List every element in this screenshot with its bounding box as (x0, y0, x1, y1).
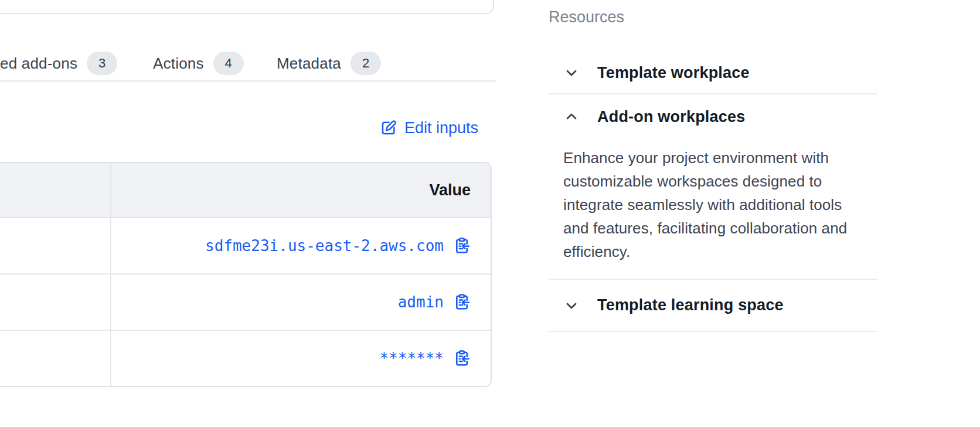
chevron-down-icon (563, 297, 580, 314)
copy-value-button[interactable] (453, 350, 471, 367)
section-description: Enhance your project environment with cu… (549, 146, 859, 279)
key-cell (0, 218, 111, 273)
chevron-down-icon (563, 65, 580, 81)
input-value-masked[interactable]: ******* (379, 350, 444, 367)
tab-actions[interactable]: Actions 4 (153, 46, 244, 80)
chevron-up-icon (563, 109, 580, 125)
key-column-header (0, 163, 111, 217)
section-title: Template learning space (597, 296, 784, 314)
table-row: sdfme23i.us-east-2.aws.com (0, 218, 491, 274)
tab-installed-add-ons[interactable]: ed add-ons 3 (0, 46, 117, 80)
tab-label: Metadata (277, 55, 341, 73)
inputs-table-header-row: Value (0, 163, 491, 218)
key-cell (0, 274, 111, 330)
section-title: Template workplace (597, 64, 750, 82)
value-column-header: Value (111, 163, 491, 217)
value-cell: admin (111, 274, 491, 330)
inputs-toolbar: Edit inputs (0, 115, 478, 141)
tab-label: ed add-ons (0, 55, 77, 73)
upper-card-bottom-edge (0, 0, 494, 14)
section-toggle-template-learning-space[interactable]: Template learning space (549, 280, 877, 331)
tab-count-badge: 3 (87, 52, 117, 75)
resource-section-template-learning-space: Template learning space (549, 280, 877, 332)
resources-panel: Resources Template workplace Add-on work… (549, 0, 877, 332)
resource-section-template-workplace: Template workplace (549, 52, 877, 94)
tab-count-badge: 2 (351, 52, 381, 75)
edit-inputs-label: Edit inputs (404, 119, 478, 137)
resources-panel-title: Resources (549, 8, 877, 26)
key-cell (0, 331, 111, 386)
input-value-link[interactable]: sdfme23i.us-east-2.aws.com (205, 237, 444, 255)
table-row: ******* (0, 331, 491, 386)
clipboard-paste-icon (453, 237, 471, 255)
pencil-square-icon (380, 119, 397, 137)
table-row: admin (0, 274, 491, 331)
section-toggle-template-workplace[interactable]: Template workplace (549, 52, 877, 93)
section-title: Add-on workplaces (597, 108, 745, 126)
clipboard-paste-icon (453, 293, 471, 311)
section-toggle-add-on-workplaces[interactable]: Add-on workplaces (549, 94, 877, 139)
tab-label: Actions (153, 55, 204, 73)
clipboard-paste-icon (453, 350, 471, 367)
value-cell: sdfme23i.us-east-2.aws.com (111, 218, 491, 273)
inputs-table: Value sdfme23i.us-east-2.aws.com admin (0, 162, 492, 387)
input-value-link[interactable]: admin (398, 293, 444, 311)
tab-metadata[interactable]: Metadata 2 (277, 46, 381, 80)
copy-value-button[interactable] (453, 293, 471, 311)
value-cell: ******* (111, 331, 491, 386)
tab-count-badge: 4 (213, 52, 244, 75)
detail-tabbar: ed add-ons 3 Actions 4 Metadata 2 (0, 46, 496, 82)
resource-section-add-on-workplaces: Add-on workplaces Enhance your project e… (549, 94, 877, 280)
copy-value-button[interactable] (453, 237, 471, 255)
edit-inputs-button[interactable]: Edit inputs (380, 119, 478, 137)
